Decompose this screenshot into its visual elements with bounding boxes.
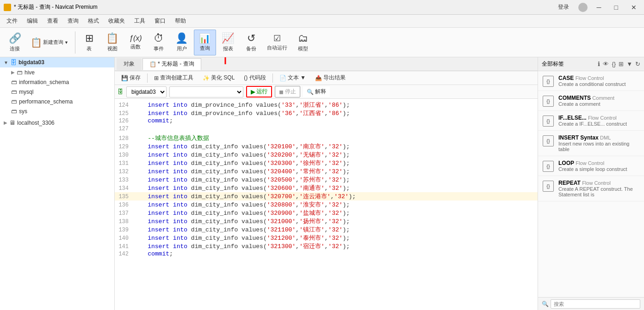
- tabs-bar: 对象 📋 * 无标题 - 查询: [115, 57, 538, 71]
- tab-query[interactable]: 📋 * 无标题 - 查询: [142, 58, 201, 70]
- sidebar-item-bigdata03[interactable]: ▼ 🗄 bigdata03: [0, 57, 114, 67]
- db-selector-bar: 🗄 bigdata03 ▶ 运行 ◼ 停止 🔍 解释: [115, 85, 538, 99]
- code-line-133: 133 insert into dim_city_info values('32…: [115, 176, 538, 184]
- right-panel: 全部标签 ℹ 👁 {} ⊞ ▼ ↻ {} CASE Flow Control: [538, 57, 644, 310]
- user-avatar[interactable]: [578, 3, 588, 12]
- search-input[interactable]: [551, 299, 640, 309]
- sidebar-item-hive[interactable]: ▶ 🗃 hive: [0, 67, 114, 77]
- toolbar-view[interactable]: 📋 视图: [101, 30, 124, 55]
- menu-file[interactable]: 文件: [2, 15, 22, 27]
- snippet-repeat[interactable]: {} REPEAT Flow Control Create A REPEAT c…: [538, 176, 644, 201]
- grid-icon[interactable]: ⊞: [619, 61, 624, 67]
- table-icon: ⊞: [85, 32, 93, 44]
- close-button[interactable]: ✕: [627, 3, 640, 12]
- maximize-button[interactable]: □: [611, 3, 622, 12]
- snippet-repeat-name: REPEAT Flow Control: [558, 180, 639, 186]
- query-builder-button[interactable]: ⊞ 查询创建工具: [150, 73, 197, 83]
- menu-query[interactable]: 查询: [63, 15, 83, 27]
- beautify-label: 美化 SQL: [211, 74, 235, 82]
- snippet-comments[interactable]: {} COMMENTS Comment Create a comment: [538, 91, 644, 111]
- snippet-button[interactable]: () 代码段: [240, 73, 269, 83]
- code-line-142: 142 commit;: [115, 250, 538, 259]
- info-icon[interactable]: ℹ: [598, 61, 600, 67]
- new-query-icon: 📋: [31, 37, 42, 48]
- menu-tools[interactable]: 工具: [130, 15, 150, 27]
- sidebar-label-mysql: mysql: [19, 89, 33, 95]
- toolbar-report[interactable]: 📈 报表: [217, 30, 239, 55]
- loop-desc-text: Create a simple loop construct: [558, 166, 639, 172]
- toolbar-table[interactable]: ⊞ 表: [78, 30, 100, 55]
- menu-favorites[interactable]: 收藏夹: [104, 15, 130, 27]
- titlebar-title: * 无标题 - 查询 - Navicat Premium: [14, 3, 98, 11]
- db-selector[interactable]: bigdata03: [126, 86, 167, 97]
- code-line-124: 124 insert into dim_province_info values…: [115, 101, 538, 109]
- snippet-loop[interactable]: {} LOOP Flow Control Create a simple loo…: [538, 156, 644, 176]
- db-icon: 🗄: [10, 59, 17, 66]
- sidebar-item-localhost[interactable]: ▶ 🖥 localhost_3306: [0, 118, 114, 128]
- menu-edit[interactable]: 编辑: [22, 15, 43, 27]
- table-label: 表: [87, 45, 92, 52]
- toolbar-new-query[interactable]: 📋 新建查询 ▼: [27, 30, 72, 55]
- schema-selector[interactable]: [169, 86, 243, 97]
- export-button[interactable]: 📤 导出结果: [311, 73, 349, 83]
- snippet-case[interactable]: {} CASE Flow Control Create a conditiona…: [538, 71, 644, 91]
- dropdown-icon[interactable]: ▼: [626, 61, 632, 67]
- case-desc-text: Create a conditional construct: [558, 81, 639, 87]
- snippet-ifelse[interactable]: {} IF...ELSE... Flow Control Create a IF…: [538, 111, 644, 131]
- toolbar-model[interactable]: 🗂 模型: [292, 30, 314, 55]
- stop-icon: ◼: [279, 89, 284, 95]
- user-label: 用户: [177, 45, 187, 52]
- save-button[interactable]: 💾 保存: [118, 73, 144, 83]
- sidebar-item-mysql[interactable]: 🗃 mysql: [0, 87, 114, 97]
- login-label[interactable]: 登录: [554, 2, 573, 12]
- insert-desc-text: Insert new rows into an existing table: [558, 141, 639, 152]
- app-icon: [4, 4, 11, 11]
- new-query-arrow: ▼: [64, 40, 68, 45]
- code-editor[interactable]: 124 insert into dim_province_info values…: [115, 99, 538, 310]
- toolbar-autorun[interactable]: ☑ 自动运行: [263, 30, 291, 55]
- minimize-button[interactable]: ─: [593, 3, 605, 12]
- search-bar: 🔍: [538, 297, 644, 310]
- code-line-137: 137 insert into dim_city_info values('32…: [115, 209, 538, 217]
- schema-icon-hive: 🗃: [17, 69, 23, 76]
- text-icon: 📄: [279, 75, 286, 81]
- snippet-case-info: CASE Flow Control Create a conditional c…: [558, 75, 639, 87]
- menu-view[interactable]: 查看: [43, 15, 63, 27]
- code-line-129: 129 insert into dim_city_info values('32…: [115, 142, 538, 151]
- refresh-icon[interactable]: ↻: [635, 61, 640, 67]
- tab-objects-label: 对象: [124, 60, 135, 68]
- toolbar-query[interactable]: 📊 查询: [194, 30, 216, 55]
- snippet-loop-icon: {}: [543, 161, 554, 172]
- braces-icon[interactable]: {}: [612, 61, 616, 67]
- eye-icon[interactable]: 👁: [603, 61, 609, 67]
- menu-window[interactable]: 窗口: [150, 15, 170, 27]
- toolbar-backup[interactable]: ↺ 备份: [240, 30, 262, 55]
- code-line-128: 128 --城市信息表插入数据: [115, 134, 538, 142]
- toolbar-function[interactable]: ƒ(x) 函数: [124, 30, 147, 55]
- explain-button[interactable]: 🔍 解释: [303, 86, 330, 97]
- snippet-insert-info: INSERT Syntax DML Insert new rows into a…: [558, 134, 639, 152]
- text-button[interactable]: 📄 文本 ▼: [276, 73, 310, 83]
- sidebar-item-sys[interactable]: 🗃 sys: [0, 106, 114, 116]
- menubar: 文件 编辑 查看 查询 格式 收藏夹 工具 窗口 帮助: [0, 15, 644, 28]
- model-label: 模型: [298, 45, 308, 52]
- menu-format[interactable]: 格式: [83, 15, 104, 27]
- beautify-button[interactable]: ✨ 美化 SQL: [199, 73, 238, 83]
- sidebar-item-performance-schema[interactable]: 🗃 performance_schema: [0, 97, 114, 106]
- function-icon: ƒ(x): [129, 34, 142, 43]
- tab-objects[interactable]: 对象: [117, 58, 142, 70]
- insert-tag-text: DML: [600, 135, 611, 140]
- run-arrow-indicator: [211, 57, 248, 67]
- menu-help[interactable]: 帮助: [170, 15, 191, 27]
- snippet-insert[interactable]: {} INSERT Syntax DML Insert new rows int…: [538, 131, 644, 156]
- stop-button[interactable]: ◼ 停止: [275, 86, 300, 97]
- qtool-sep-2: [272, 73, 273, 83]
- main-container: ▼ 🗄 bigdata03 ▶ 🗃 hive 🗃 information_sch…: [0, 57, 644, 310]
- snippet-ifelse-icon: {}: [543, 115, 554, 127]
- run-button[interactable]: ▶ 运行: [246, 86, 272, 97]
- toolbar-connect[interactable]: 🔗 连接: [4, 30, 26, 55]
- toolbar-user[interactable]: 👤 用户: [171, 30, 193, 55]
- code-line-130: 130 insert into dim_city_info values('32…: [115, 151, 538, 159]
- sidebar-item-information-schema[interactable]: 🗃 information_schema: [0, 77, 114, 87]
- toolbar-event[interactable]: ⏱ 事件: [148, 30, 170, 55]
